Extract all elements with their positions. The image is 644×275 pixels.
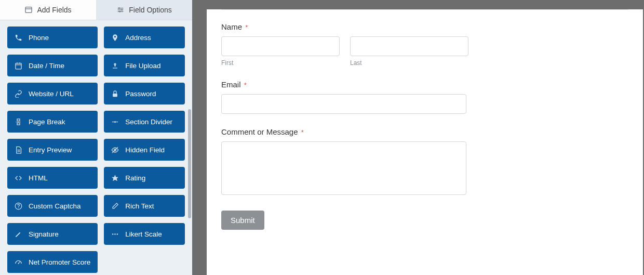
field-label: Page Break (29, 118, 65, 126)
email-input[interactable] (221, 94, 466, 114)
required-asterisk: * (245, 23, 248, 31)
field-label: Website / URL (29, 90, 74, 98)
tab-add-fields[interactable]: Add Fields (0, 0, 96, 20)
upload-icon (111, 62, 119, 70)
last-sublabel: Last (350, 59, 468, 67)
field-label: HTML (29, 174, 48, 182)
submit-button[interactable]: Submit (221, 211, 264, 230)
field-row-email: Email * (221, 80, 628, 114)
svg-rect-13 (17, 119, 20, 121)
field-row-name: Name * First Last (221, 22, 628, 67)
field-fileupload[interactable]: File Upload (104, 55, 185, 76)
svg-marker-23 (112, 175, 119, 181)
field-customcaptcha[interactable]: Custom Captcha (7, 195, 98, 217)
field-label: Date / Time (29, 62, 64, 70)
svg-rect-12 (113, 94, 117, 97)
form-canvas: Name * First Last Email * (207, 9, 643, 275)
svg-point-27 (115, 233, 116, 235)
phone-icon (15, 34, 22, 42)
first-sublabel: First (221, 59, 340, 67)
panel-icon (24, 6, 33, 14)
star-icon (111, 174, 119, 182)
tab-label: Add Fields (37, 6, 71, 14)
svg-point-28 (117, 233, 118, 235)
field-phone[interactable]: Phone (7, 27, 98, 48)
field-label: Section Divider (125, 118, 172, 126)
field-datetime[interactable]: Date / Time (7, 55, 98, 76)
sidebar: Add Fields Field Options Phone Address D… (0, 0, 192, 275)
scrollbar-thumb[interactable] (188, 109, 191, 218)
message-textarea[interactable] (221, 141, 466, 195)
file-icon (15, 146, 22, 154)
sliders-icon (116, 6, 125, 14)
field-label: Password (125, 90, 156, 98)
field-signature[interactable]: Signature (7, 223, 98, 245)
svg-point-26 (112, 233, 114, 235)
edit-icon (111, 202, 119, 210)
label-text: Email (221, 80, 241, 89)
message-label: Comment or Message * (221, 127, 628, 136)
required-asterisk: * (301, 128, 304, 136)
last-name-input[interactable] (350, 36, 468, 56)
field-password[interactable]: Password (104, 83, 185, 104)
link-icon (15, 90, 22, 98)
svg-point-25 (18, 207, 19, 208)
pagebreak-icon (15, 118, 22, 126)
gauge-icon (15, 258, 22, 266)
svg-marker-18 (114, 121, 116, 123)
lock-icon (111, 90, 119, 98)
main-area: Name * First Last Email * (192, 0, 644, 275)
field-pagebreak[interactable]: Page Break (7, 111, 98, 133)
eyeoff-icon (111, 146, 119, 154)
label-text: Comment or Message (221, 127, 298, 136)
field-label: Custom Captcha (29, 202, 81, 210)
field-address[interactable]: Address (104, 27, 185, 48)
pin-icon (111, 34, 119, 42)
field-entrypreview[interactable]: Entry Preview (7, 139, 98, 161)
field-html[interactable]: HTML (7, 167, 98, 189)
field-website[interactable]: Website / URL (7, 83, 98, 104)
field-hiddenfield[interactable]: Hidden Field (104, 139, 185, 161)
field-richtext[interactable]: Rich Text (104, 195, 185, 217)
code-icon (15, 174, 22, 182)
field-nps[interactable]: Net Promoter Score (7, 251, 98, 273)
svg-point-7 (119, 11, 121, 12)
field-label: Phone (29, 34, 49, 42)
svg-point-6 (122, 9, 123, 11)
svg-rect-0 (25, 7, 32, 13)
field-label: Hidden Field (125, 146, 165, 154)
sidebar-tabs: Add Fields Field Options (0, 0, 192, 20)
divider-icon (111, 118, 119, 126)
svg-rect-14 (17, 123, 20, 125)
field-row-message: Comment or Message * (221, 127, 628, 197)
pencil-icon (15, 230, 22, 238)
svg-point-30 (18, 263, 19, 264)
dots-icon (111, 230, 119, 238)
svg-rect-8 (16, 63, 21, 69)
field-label: Address (125, 34, 151, 42)
name-label: Name * (221, 22, 628, 31)
field-label: Rating (125, 174, 145, 182)
first-name-input[interactable] (221, 36, 340, 56)
field-label: Rich Text (125, 202, 154, 210)
label-text: Name (221, 22, 242, 31)
fields-grid: Phone Address Date / Time File Upload We… (0, 20, 192, 275)
field-label: File Upload (125, 62, 160, 70)
field-likert[interactable]: Likert Scale (104, 223, 185, 245)
tab-label: Field Options (129, 6, 171, 14)
field-label: Signature (29, 230, 59, 238)
field-label: Net Promoter Score (29, 258, 90, 266)
svg-point-5 (118, 7, 120, 9)
tab-field-options[interactable]: Field Options (96, 0, 192, 20)
required-asterisk: * (244, 81, 247, 89)
email-label: Email * (221, 80, 628, 89)
questioncircle-icon (15, 202, 22, 210)
field-label: Likert Scale (125, 230, 162, 238)
field-rating[interactable]: Rating (104, 167, 185, 189)
field-sectiondivider[interactable]: Section Divider (104, 111, 185, 133)
calendar-icon (15, 62, 22, 70)
field-label: Entry Preview (29, 146, 72, 154)
